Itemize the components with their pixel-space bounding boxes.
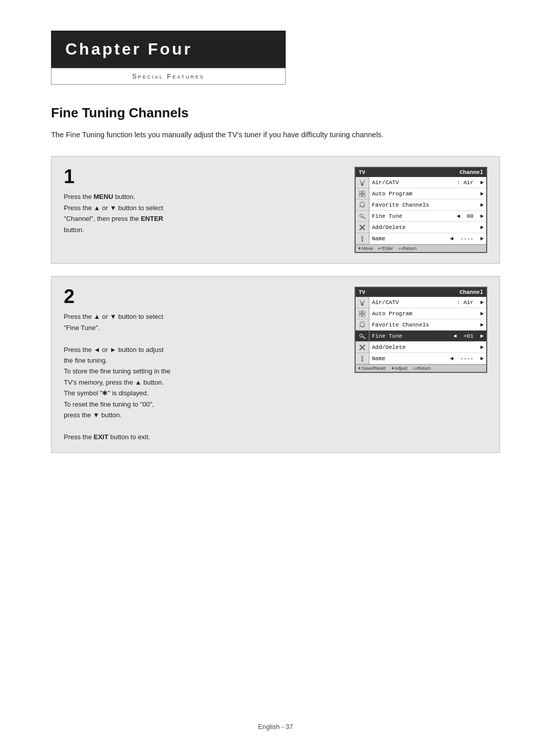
chapter-header: Chapter Four Special Features (51, 31, 286, 85)
svg-rect-20 (359, 311, 362, 313)
svg-rect-19 (361, 305, 363, 306)
icon-grid-2 (356, 308, 369, 319)
svg-point-31 (362, 360, 363, 361)
menu-row-name-2: Name ◄ ---- ► (369, 353, 486, 364)
step-2-menu: TV Channel (355, 287, 487, 373)
icon-bell (356, 199, 369, 211)
step-2-menu-footer: ✦Save/Reset ✦Adjust ▭Return (356, 364, 486, 372)
menu-row-autoprogram: Auto Program ► (369, 188, 486, 199)
step-2-left: 2 Press the ▲ or ▼ button to select "Fin… (64, 287, 339, 442)
tv-label-2: TV (359, 289, 365, 295)
step-2-icon-column (356, 297, 369, 364)
page-number: English - 37 (258, 723, 293, 730)
step-2-number: 2 (64, 287, 339, 306)
menu-row-favchannels: Favorite Channels ► (369, 199, 486, 211)
channel-label: Channel (460, 169, 483, 175)
menu-row-autoprogram-2: Auto Program ► (369, 308, 486, 319)
menu-row-adddelete: Add/Delete ► (369, 222, 486, 233)
menu-row-aircatv-2: Air/CATV : Air ► (369, 297, 486, 308)
menu-row-finetune: Fine Tune ◄ 00 ► (369, 211, 486, 222)
menu-row-finetune-2: Fine Tune ◄ +01 ► (369, 331, 486, 342)
svg-point-30 (362, 358, 363, 359)
intro-text: The Fine Tuning function lets you manual… (51, 129, 469, 141)
step-1-icon-column (356, 177, 369, 244)
icon-key (356, 211, 369, 222)
channel-label-2: Channel (460, 289, 483, 295)
svg-rect-21 (363, 311, 365, 313)
svg-rect-6 (359, 194, 362, 197)
icon-dots (356, 233, 369, 244)
step-1-box: 1 Press the MENU button. Press the ▲ or … (51, 156, 500, 264)
menu-row-name: Name ◄ ---- ► (369, 233, 486, 244)
svg-rect-22 (359, 314, 362, 317)
step-1-menu-items: Air/CATV : Air ► Auto Program ► Favorite… (369, 177, 486, 244)
step-1-tv-menu: TV Channel (355, 167, 487, 253)
step-1-menu: TV Channel (355, 167, 487, 253)
step-2-tv-menu: TV Channel (355, 287, 487, 373)
svg-rect-5 (363, 191, 365, 193)
menu-row-favchannels-2: Favorite Channels ► (369, 319, 486, 331)
step-1-menu-footer: ✦Move ↵Enter ▭Return (356, 244, 486, 252)
step-1-menu-header: TV Channel (356, 168, 486, 177)
svg-line-10 (363, 216, 366, 219)
step-1-number: 1 (64, 167, 339, 186)
icon-grid (356, 188, 369, 199)
step-2-menu-header: TV Channel (356, 288, 486, 297)
step-2-instructions: Press the ▲ or ▼ button to select "Fine … (64, 311, 339, 442)
step-2-menu-body: Air/CATV : Air ► Auto Program ► Favorite… (356, 297, 486, 364)
svg-rect-4 (359, 191, 362, 193)
step-1-left: 1 Press the MENU button. Press the ▲ or … (64, 167, 339, 235)
step-1-instructions: Press the MENU button. Press the ▲ or ▼ … (64, 191, 339, 235)
svg-point-13 (362, 236, 363, 237)
icon-dots-2 (356, 353, 369, 364)
menu-row-adddelete-2: Add/Delete ► (369, 342, 486, 353)
icon-x-2 (356, 342, 369, 353)
icon-key-2 (356, 331, 369, 342)
svg-point-14 (362, 238, 363, 239)
tv-label: TV (359, 169, 365, 175)
icon-antenna (356, 177, 369, 188)
svg-rect-23 (363, 314, 365, 317)
icon-antenna-2 (356, 297, 369, 308)
step-1-menu-body: Air/CATV : Air ► Auto Program ► Favorite… (356, 177, 486, 244)
step-2-box: 2 Press the ▲ or ▼ button to select "Fin… (51, 276, 500, 453)
step-2-menu-items: Air/CATV : Air ► Auto Program ► Favorite… (369, 297, 486, 364)
svg-point-29 (362, 356, 363, 357)
page-footer: English - 37 (0, 723, 551, 730)
svg-point-15 (362, 240, 363, 241)
chapter-title: Chapter Four (51, 31, 286, 68)
chapter-subtitle: Special Features (51, 68, 286, 85)
icon-x (356, 222, 369, 233)
section-title: Fine Tuning Channels (51, 105, 500, 121)
svg-rect-3 (361, 185, 363, 186)
svg-line-26 (363, 336, 366, 339)
menu-row-aircatv: Air/CATV : Air ► (369, 177, 486, 188)
icon-bell-2 (356, 319, 369, 331)
svg-rect-7 (363, 194, 365, 197)
